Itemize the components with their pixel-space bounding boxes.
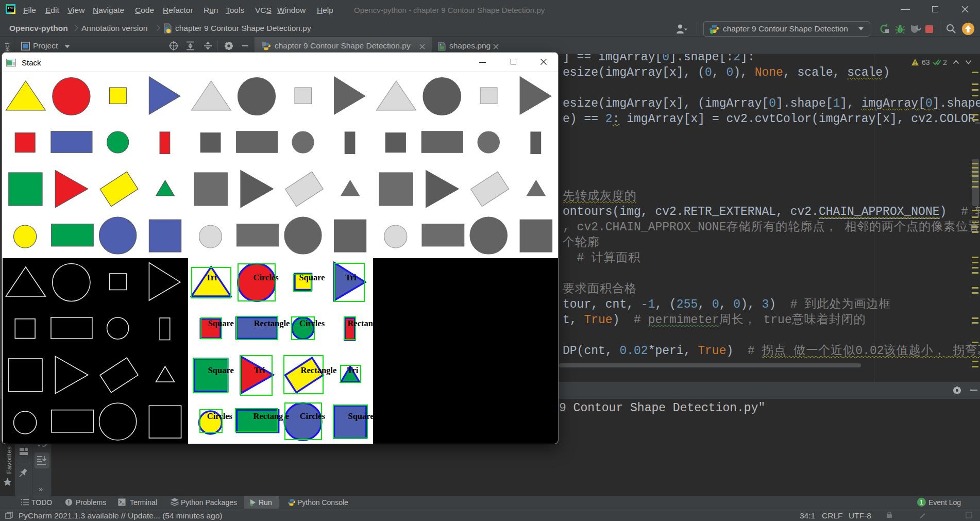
svg-text:Circles: Circles bbox=[207, 411, 233, 421]
svg-text:Circles: Circles bbox=[300, 411, 326, 421]
svg-text:Square: Square bbox=[348, 411, 374, 421]
svg-text:Rectangle: Rectangle bbox=[254, 318, 290, 328]
svg-text:Rectangle: Rectangle bbox=[301, 365, 337, 375]
svg-text:Tri: Tri bbox=[347, 365, 359, 375]
svg-text:Square: Square bbox=[208, 365, 234, 375]
svg-text:Circles: Circles bbox=[254, 273, 279, 282]
svg-text:Tri: Tri bbox=[206, 273, 217, 282]
svg-text:Circles: Circles bbox=[299, 318, 325, 328]
svg-text:Tri: Tri bbox=[345, 273, 357, 282]
svg-text:Rectang e: Rectang e bbox=[254, 411, 289, 421]
svg-text:Square: Square bbox=[299, 273, 325, 282]
svg-text:Rectan: Rectan bbox=[347, 318, 373, 328]
svg-text:Tri: Tri bbox=[254, 365, 265, 375]
svg-text:Square: Square bbox=[208, 318, 234, 328]
